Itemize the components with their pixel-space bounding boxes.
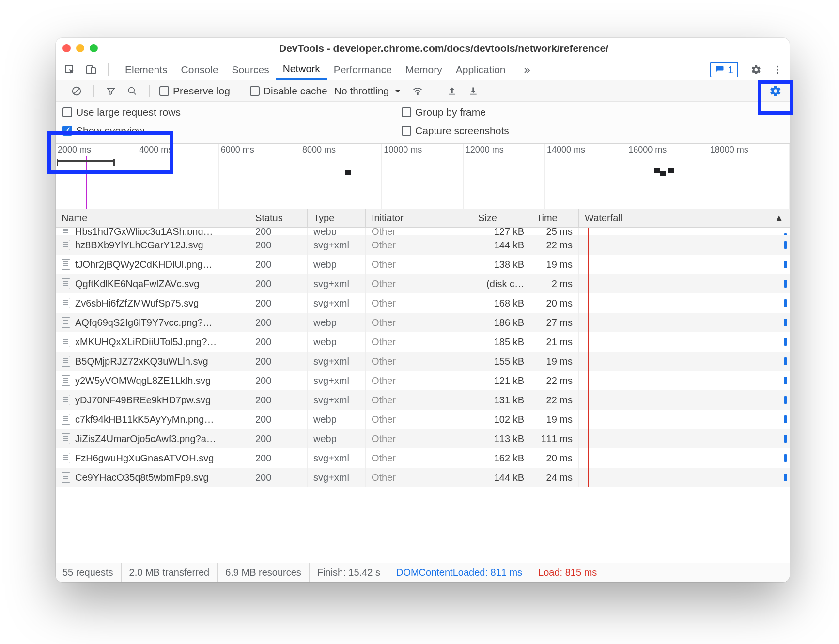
tab-performance[interactable]: Performance [327, 59, 399, 80]
cell-status: 200 [249, 352, 308, 371]
tab-memory[interactable]: Memory [399, 59, 449, 80]
table-row[interactable]: B5QMjpRJZ72xKQ3uWLlh.svg200svg+xmlOther1… [56, 352, 790, 371]
cell-waterfall [579, 313, 790, 332]
col-type[interactable]: Type [308, 209, 366, 227]
col-time[interactable]: Time [530, 209, 579, 227]
table-row[interactable]: xMKUHQxXLiRDiiUTol5J.png?…200webpOther18… [56, 332, 790, 352]
table-row[interactable]: FzH6gwuHgXuGnasATVOH.svg200svg+xmlOther1… [56, 448, 790, 468]
table-row[interactable]: y2W5yVOMWqgL8ZE1Lklh.svg200svg+xmlOther1… [56, 371, 790, 390]
file-icon [62, 278, 70, 289]
cell-name: JiZisZ4UmarOjo5cAwf3.png?a… [56, 429, 249, 448]
cell-name: QgftKdlKE6NqaFwlZAVc.svg [56, 274, 249, 293]
upload-har-icon[interactable] [445, 84, 459, 98]
col-status[interactable]: Status [249, 209, 308, 227]
tab-sources[interactable]: Sources [225, 59, 276, 80]
table-row[interactable]: JiZisZ4UmarOjo5cAwf3.png?a…200webpOther1… [56, 429, 790, 448]
settings-gear-icon[interactable] [749, 62, 763, 77]
divider [149, 85, 150, 97]
file-icon [62, 317, 70, 328]
file-icon [62, 337, 70, 347]
status-domcontentloaded: DOMContentLoaded: 811 ms [388, 563, 530, 582]
cell-type: webp [308, 313, 366, 332]
throttling-select[interactable]: No throttling [334, 85, 404, 97]
cell-status: 200 [249, 448, 308, 468]
inspect-element-icon[interactable] [62, 62, 77, 77]
file-icon [62, 472, 70, 483]
network-conditions-icon[interactable] [410, 84, 425, 98]
file-icon [62, 395, 70, 405]
svg-point-5 [777, 72, 778, 74]
show-overview-checkbox[interactable]: ✓Show overview [62, 125, 237, 137]
col-initiator[interactable]: Initiator [366, 209, 472, 227]
clear-icon[interactable] [69, 84, 84, 98]
disable-cache-checkbox[interactable]: Disable cache [250, 85, 327, 97]
cell-waterfall [579, 274, 790, 293]
cell-type: svg+xml [308, 235, 366, 255]
cell-initiator: Other [366, 274, 472, 293]
cell-time: 20 ms [530, 448, 579, 468]
cell-size: 185 kB [472, 332, 530, 352]
group-by-frame-checkbox[interactable]: Group by frame [402, 107, 576, 118]
cell-size: 186 kB [472, 313, 530, 332]
large-rows-checkbox[interactable]: Use large request rows [62, 107, 237, 118]
file-icon [62, 228, 70, 235]
cell-initiator: Other [366, 235, 472, 255]
maximize-window-button[interactable] [90, 44, 98, 52]
svg-point-8 [129, 87, 135, 93]
capture-screenshots-label: Capture screenshots [415, 125, 509, 137]
file-icon [62, 259, 70, 270]
table-row[interactable]: tJOhr2jBQWy2CdKHDlUl.png…200webpOther138… [56, 255, 790, 274]
preserve-log-checkbox[interactable]: Preserve log [159, 85, 230, 97]
kebab-menu-icon[interactable] [770, 62, 785, 77]
table-row[interactable]: Ce9YHacO35q8t5wbmFp9.svg200svg+xmlOther1… [56, 468, 790, 487]
table-row[interactable]: AQfq69qS2Ig6lT9Y7vcc.png?…200webpOther18… [56, 313, 790, 332]
table-row[interactable]: hz8BXb9YlYLhCGarY12J.svg200svg+xmlOther1… [56, 235, 790, 255]
cell-size: (disk c… [472, 274, 530, 293]
table-row[interactable]: Hbs1hd7GxWlipc3q1ASh.png…200webpOther127… [56, 228, 790, 235]
capture-screenshots-checkbox[interactable]: Capture screenshots [402, 125, 576, 137]
cell-initiator: Other [366, 410, 472, 429]
cell-initiator: Other [366, 390, 472, 410]
tab-elements[interactable]: Elements [118, 59, 174, 80]
cell-name: Hbs1hd7GxWlipc3q1ASh.png… [56, 228, 249, 235]
cell-status: 200 [249, 255, 308, 274]
tab-network[interactable]: Network [276, 59, 327, 80]
minimize-window-button[interactable] [76, 44, 84, 52]
search-icon[interactable] [125, 84, 140, 98]
cell-waterfall [579, 371, 790, 390]
timeline-band [56, 156, 137, 209]
issues-badge[interactable]: 1 [710, 62, 738, 77]
table-row[interactable]: c7kf94kHB11kK5AyYyMn.png…200webpOther102… [56, 410, 790, 429]
tab-application[interactable]: Application [449, 59, 513, 80]
table-row[interactable]: Zv6sbHi6fZfZMWufSp75.svg200svg+xmlOther1… [56, 293, 790, 313]
cell-size: 138 kB [472, 255, 530, 274]
overview-timeline[interactable]: 2000 ms4000 ms6000 ms8000 ms10000 ms1200… [56, 144, 790, 209]
file-icon [62, 433, 70, 444]
cell-name: tJOhr2jBQWy2CdKHDlUl.png… [56, 255, 249, 274]
large-rows-label: Use large request rows [76, 107, 181, 118]
col-size[interactable]: Size [472, 209, 530, 227]
cell-time: 21 ms [530, 332, 579, 352]
close-window-button[interactable] [62, 44, 71, 52]
status-requests: 55 requests [62, 563, 122, 582]
col-waterfall[interactable]: Waterfall▲ [579, 209, 790, 227]
download-har-icon[interactable] [466, 84, 481, 98]
cell-initiator: Other [366, 448, 472, 468]
timeline-band [464, 156, 545, 209]
timeline-band [300, 156, 382, 209]
tab-console[interactable]: Console [174, 59, 225, 80]
table-row[interactable]: yDJ70NF49BREe9kHD7pw.svg200svg+xmlOther1… [56, 390, 790, 410]
device-toolbar-icon[interactable] [84, 62, 98, 77]
col-name[interactable]: Name [56, 209, 249, 227]
file-icon [62, 240, 70, 250]
cell-size: 168 kB [472, 293, 530, 313]
cell-initiator: Other [366, 468, 472, 487]
status-transferred: 2.0 MB transferred [122, 563, 218, 582]
svg-point-3 [777, 65, 778, 67]
more-panels-icon[interactable]: » [519, 63, 535, 77]
cell-name: FzH6gwuHgXuGnasATVOH.svg [56, 448, 249, 468]
filter-icon[interactable] [104, 84, 118, 98]
table-row[interactable]: QgftKdlKE6NqaFwlZAVc.svg200svg+xmlOther(… [56, 274, 790, 293]
network-settings-gear-icon[interactable] [768, 84, 783, 98]
cell-size: 155 kB [472, 352, 530, 371]
